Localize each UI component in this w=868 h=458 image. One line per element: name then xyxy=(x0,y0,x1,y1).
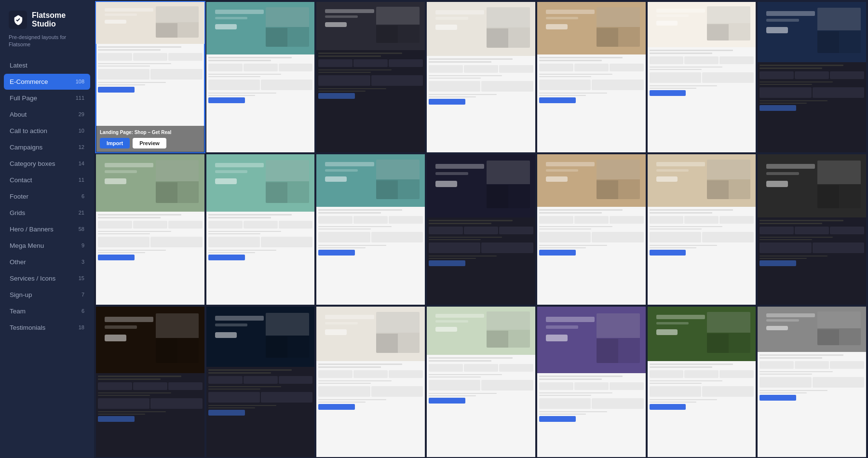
overlay-import-t12[interactable]: Import xyxy=(560,229,588,240)
nav-label-categoryboxes: Category boxes xyxy=(10,160,77,167)
thumbnail-t19[interactable]: Color & Art Import Preview xyxy=(537,307,646,457)
overlay-title-t18: Soap Bar Shop xyxy=(461,372,502,377)
thumbnail-t20[interactable]: Plant Shop Import Preview xyxy=(648,307,756,457)
sidebar-item-campaigns[interactable]: Campaigns12 xyxy=(4,139,90,155)
thumbnail-t9[interactable]: Wellness Shop Import Preview xyxy=(206,154,315,305)
nav-label-fullpage: Full Page xyxy=(10,94,74,102)
thumbnail-t12[interactable]: Coffee & Goods Import Preview xyxy=(537,154,646,305)
overlay-import-t3[interactable]: Import xyxy=(339,77,367,87)
nav-label-latest: Latest xyxy=(10,62,84,69)
overlay-import-t7[interactable]: Import xyxy=(781,77,809,87)
overlay-preview-t19[interactable]: Preview xyxy=(591,381,623,392)
overlay-preview-t13[interactable]: Preview xyxy=(701,229,733,240)
overlay-buttons-t17: Import Preview xyxy=(339,381,402,392)
sidebar-item-grids[interactable]: Grids21 xyxy=(4,205,90,221)
sidebar-item-herobanners[interactable]: Hero / Banners58 xyxy=(4,221,90,237)
overlay-preview-t11[interactable]: Preview xyxy=(481,229,513,240)
sidebar-item-about[interactable]: About29 xyxy=(4,107,90,122)
overlay-preview-t21[interactable]: Preview xyxy=(812,381,843,392)
thumbnail-t4[interactable]: Furniture Collection Import Preview xyxy=(427,2,535,152)
overlay-preview-t16[interactable]: Preview xyxy=(260,381,292,392)
nav-label-calltoaction: Call to action xyxy=(10,127,77,135)
overlay-title-t3: Men's Wear xyxy=(354,67,387,73)
thumbnail-t5[interactable]: Fashion Outdoor Import Preview xyxy=(537,2,646,152)
sidebar-item-latest[interactable]: Latest xyxy=(4,57,90,73)
thumbnail-t11[interactable]: Music Store Import Preview xyxy=(427,154,535,305)
overlay-preview-t5[interactable]: Preview xyxy=(591,77,623,87)
overlay-import-t16[interactable]: Import xyxy=(229,381,257,392)
thumbnail-t6[interactable]: Nordic Store Import Preview xyxy=(648,2,756,152)
sidebar-item-ecommerce[interactable]: E-Commerce108 xyxy=(4,74,90,90)
overlay-import-t6[interactable]: Import xyxy=(670,77,698,87)
sidebar-item-calltoaction[interactable]: Call to action10 xyxy=(4,123,90,139)
overlay-import-t9[interactable]: Import xyxy=(229,229,257,240)
sidebar-item-categoryboxes[interactable]: Category boxes14 xyxy=(4,156,90,172)
sidebar-item-contact[interactable]: Contact11 xyxy=(4,172,90,188)
sidebar-item-megamenu[interactable]: Mega Menu9 xyxy=(4,238,90,254)
thumbnail-t14[interactable]: Eyewear Store Import Preview xyxy=(758,154,866,305)
sidebar-item-signup[interactable]: Sign-up7 xyxy=(4,287,90,303)
sidebar-item-team[interactable]: Team6 xyxy=(4,303,90,319)
overlay-import-t8[interactable]: Import xyxy=(119,229,147,240)
thumbnail-t16[interactable]: Suit & Fashion Import Preview xyxy=(206,307,315,457)
nav-count-calltoaction: 10 xyxy=(79,128,84,134)
overlay-buttons-t8: Import Preview xyxy=(119,229,181,240)
overlay-import-t13[interactable]: Import xyxy=(670,229,698,240)
overlay-preview-t10[interactable]: Preview xyxy=(370,229,402,240)
import-button[interactable]: Import xyxy=(100,138,130,148)
overlay-preview-t6[interactable]: Preview xyxy=(701,77,733,87)
overlay-buttons-t21: Import Preview xyxy=(781,381,843,392)
overlay-preview-t14[interactable]: Preview xyxy=(812,229,843,240)
thumbnail-t3[interactable]: Men's Wear Import Preview xyxy=(316,2,425,152)
thumbnail-t13[interactable]: Fashion Store Import Preview xyxy=(648,154,756,305)
sidebar: Flatsome Studio Pre-designed layouts for… xyxy=(0,0,94,458)
overlay-import-t17[interactable]: Import xyxy=(339,381,367,392)
overlay-preview-t12[interactable]: Preview xyxy=(591,229,623,240)
overlay-preview-t3[interactable]: Preview xyxy=(370,77,402,87)
logo: Flatsome Studio xyxy=(0,0,94,33)
sidebar-item-other[interactable]: Other3 xyxy=(4,254,90,270)
overlay-title-t11: Music Store xyxy=(464,220,498,225)
thumbnail-t1[interactable]: Landing Page: Shop – Get Real Import Pre… xyxy=(96,2,204,152)
thumbnail-t10[interactable]: Mediterranean Import Preview xyxy=(316,154,425,305)
overlay-import-t21[interactable]: Import xyxy=(781,381,809,392)
overlay-preview-t9[interactable]: Preview xyxy=(260,229,292,240)
sidebar-item-fullpage[interactable]: Full Page111 xyxy=(4,90,90,106)
nav-label-campaigns: Campaigns xyxy=(10,144,77,151)
overlay-import-t18[interactable]: Import xyxy=(450,381,478,392)
logo-text: Flatsome Studio xyxy=(32,11,85,28)
sidebar-item-footer[interactable]: Footer6 xyxy=(4,189,90,204)
overlay-preview-t17[interactable]: Preview xyxy=(370,381,402,392)
thumbnail-t2[interactable]: Tea Shop Hero Import Preview xyxy=(206,2,315,152)
nav-label-herobanners: Hero / Banners xyxy=(10,226,77,233)
overlay-import-t11[interactable]: Import xyxy=(450,229,478,240)
thumbnail-t18[interactable]: Soap Bar Shop Import Preview xyxy=(427,307,535,457)
overlay-import-t10[interactable]: Import xyxy=(339,229,367,240)
overlay-title-t16: Suit & Fashion xyxy=(241,372,280,377)
thumbnail-t21[interactable]: more1 Import Preview xyxy=(758,307,866,457)
overlay-import-t5[interactable]: Import xyxy=(560,77,588,87)
nav-label-grids: Grids xyxy=(10,209,77,216)
overlay-preview-t7[interactable]: Preview xyxy=(812,77,843,87)
nav-label-serviceicons: Services / Icons xyxy=(10,275,77,282)
sidebar-item-testimonials[interactable]: Testimonials18 xyxy=(4,320,90,336)
overlay-import-t15[interactable]: Import xyxy=(119,381,147,392)
overlay-import-t19[interactable]: Import xyxy=(560,381,588,392)
overlay-preview-t15[interactable]: Preview xyxy=(150,381,182,392)
preview-button[interactable]: Preview xyxy=(133,138,166,148)
thumbnail-t15[interactable]: Adventure Shop Import Preview xyxy=(96,307,204,457)
overlay-preview-t20[interactable]: Preview xyxy=(701,381,733,392)
overlay-import-t20[interactable]: Import xyxy=(670,381,698,392)
overlay-preview-t2[interactable]: Preview xyxy=(260,77,292,87)
thumbnail-t7[interactable]: Electronics Shop Import Preview xyxy=(758,2,866,152)
overlay-import-t4[interactable]: Import xyxy=(450,77,478,87)
thumbnail-t17[interactable]: Sneaker Store Import Preview xyxy=(316,307,425,457)
overlay-preview-t4[interactable]: Preview xyxy=(481,77,513,87)
overlay-import-t14[interactable]: Import xyxy=(781,229,809,240)
thumbnail-t8[interactable]: Interior Design Import Preview xyxy=(96,154,204,305)
overlay-import-t2[interactable]: Import xyxy=(229,77,257,87)
sidebar-item-serviceicons[interactable]: Services / Icons15 xyxy=(4,270,90,286)
nav-count-team: 6 xyxy=(81,308,84,314)
overlay-preview-t8[interactable]: Preview xyxy=(150,229,182,240)
overlay-preview-t18[interactable]: Preview xyxy=(481,381,513,392)
